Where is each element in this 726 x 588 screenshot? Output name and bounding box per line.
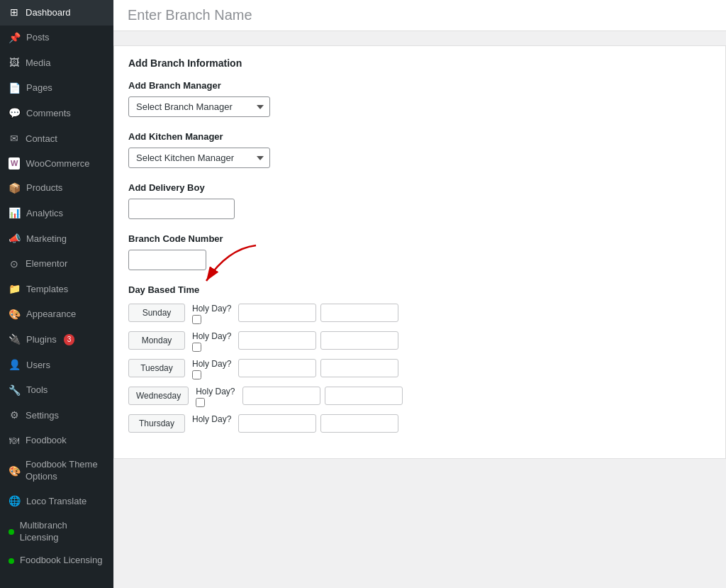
- foodbook-licensing-dot-icon: [9, 558, 14, 564]
- sidebar-item-foodbook[interactable]: 🍽 Foodbook: [0, 428, 113, 454]
- thursday-open-time[interactable]: [238, 414, 316, 433]
- sidebar-label: Posts: [26, 31, 50, 44]
- sidebar-label: Marketing: [26, 233, 67, 245]
- sidebar-label: Multibranch Licensing: [20, 520, 105, 544]
- tuesday-close-time[interactable]: [320, 359, 398, 377]
- branch-code-label: Branch Code Number: [128, 233, 711, 244]
- foodbook-icon: 🍽: [9, 434, 20, 448]
- sidebar-label: Appearance: [26, 308, 76, 321]
- sidebar-item-products[interactable]: 📦 Products: [0, 176, 113, 201]
- monday-button[interactable]: Monday: [128, 331, 185, 350]
- sidebar-label: Media: [26, 57, 50, 70]
- sidebar-item-appearance[interactable]: 🎨 Appearance: [0, 302, 113, 328]
- media-icon: 🖼: [9, 56, 20, 70]
- delivery-boy-input[interactable]: [128, 199, 235, 219]
- kitchen-manager-label: Add Kitchen Manager: [128, 131, 711, 142]
- tuesday-open-time[interactable]: [238, 359, 316, 377]
- sidebar-label: Templates: [26, 283, 68, 296]
- sidebar-label: Comments: [26, 107, 71, 120]
- wednesday-open-time[interactable]: [242, 387, 320, 405]
- main-content: Add Branch Information Add Branch Manage…: [113, 0, 726, 588]
- pages-icon: 📄: [9, 82, 21, 96]
- dashboard-icon: ⊞: [9, 6, 20, 20]
- templates-icon: 📁: [9, 282, 21, 296]
- wednesday-button[interactable]: Wednesday: [128, 387, 189, 405]
- sidebar-item-loco-translate[interactable]: 🌐 Loco Translate: [0, 489, 113, 514]
- sidebar-item-multibranch[interactable]: Multibranch Licensing: [0, 514, 113, 550]
- sidebar-label: Dashboard: [26, 6, 71, 19]
- elementor-icon: ⊙: [9, 257, 20, 272]
- tuesday-holy-label: Holy Day?: [192, 359, 231, 369]
- branch-name-input[interactable]: [128, 7, 712, 23]
- sidebar-label: Tools: [26, 384, 48, 396]
- sidebar-item-foodbook-theme[interactable]: 🎨 Foodbook Theme Options: [0, 453, 113, 489]
- marketing-icon: 📣: [9, 232, 21, 246]
- sidebar-item-contact[interactable]: ✉ Contact: [0, 126, 113, 152]
- branch-code-input[interactable]: [128, 250, 206, 270]
- sunday-holiday-group: Holy Day?: [192, 304, 231, 324]
- sidebar-item-users[interactable]: 👤 Users: [0, 353, 113, 378]
- sidebar-item-media[interactable]: 🖼 Media: [0, 50, 113, 76]
- sidebar-label: Products: [26, 182, 62, 194]
- sidebar-item-dashboard[interactable]: ⊞ Dashboard: [0, 0, 113, 26]
- monday-holy-label: Holy Day?: [192, 331, 231, 341]
- branch-manager-label: Add Branch Manager: [128, 80, 711, 91]
- branch-manager-select[interactable]: Select Branch Manager: [128, 96, 270, 117]
- branch-info-section: Add Branch Information Add Branch Manage…: [113, 45, 726, 459]
- sidebar-item-comments[interactable]: 💬 Comments: [0, 101, 113, 126]
- monday-open-time[interactable]: [238, 331, 316, 350]
- sidebar-label: Contact: [26, 133, 57, 145]
- tuesday-holiday-checkbox[interactable]: [192, 370, 201, 379]
- sidebar-label: Loco Translate: [26, 495, 86, 508]
- sidebar-item-elementor[interactable]: ⊙ Elementor: [0, 252, 113, 277]
- sunday-open-time[interactable]: [238, 304, 316, 322]
- sidebar-item-analytics[interactable]: 📊 Analytics: [0, 201, 113, 226]
- loco-translate-icon: 🌐: [9, 494, 21, 509]
- analytics-icon: 📊: [9, 206, 21, 221]
- sidebar-label: WooCommerce: [26, 157, 89, 170]
- branch-name-bar: [113, 0, 726, 31]
- monday-close-time[interactable]: [320, 331, 398, 350]
- sidebar-label: Foodbook Licensing: [20, 555, 102, 567]
- settings-icon: ⚙: [9, 409, 20, 423]
- wednesday-holy-label: Holy Day?: [196, 387, 235, 396]
- appearance-icon: 🎨: [9, 308, 21, 322]
- monday-time-inputs: [238, 331, 398, 350]
- monday-row: Monday Holy Day?: [128, 331, 711, 352]
- kitchen-manager-select[interactable]: Select Kitchen Manager: [128, 148, 270, 168]
- sunday-holiday-checkbox[interactable]: [192, 315, 201, 324]
- sidebar-item-pages[interactable]: 📄 Pages: [0, 76, 113, 101]
- sidebar-item-woocommerce[interactable]: W WooCommerce: [0, 152, 113, 176]
- tuesday-button[interactable]: Tuesday: [128, 359, 185, 377]
- sidebar-item-foodbook-licensing[interactable]: Foodbook Licensing: [0, 549, 113, 572]
- thursday-button[interactable]: Thursday: [128, 414, 185, 433]
- sidebar: ⊞ Dashboard 📌 Posts 🖼 Media 📄 Pages 💬 Co…: [0, 0, 113, 588]
- tuesday-holiday-group: Holy Day?: [192, 359, 231, 379]
- wednesday-close-time[interactable]: [325, 387, 403, 405]
- thursday-holiday-group: Holy Day?: [192, 414, 231, 424]
- sidebar-item-templates[interactable]: 📁 Templates: [0, 277, 113, 302]
- branch-code-group: Branch Code Number: [128, 233, 711, 270]
- tools-icon: 🔧: [9, 384, 21, 398]
- tuesday-time-inputs: [238, 359, 398, 377]
- posts-icon: 📌: [9, 31, 21, 45]
- sunday-close-time[interactable]: [320, 304, 398, 322]
- day-based-time-group: Day Based Time Sunday Holy Day?: [128, 284, 711, 433]
- sidebar-item-settings[interactable]: ⚙ Settings: [0, 403, 113, 428]
- monday-holiday-group: Holy Day?: [192, 331, 231, 352]
- delivery-boy-group: Add Delivery Boy: [128, 182, 711, 219]
- sidebar-label: Pages: [26, 82, 52, 94]
- sunday-time-inputs: [238, 304, 398, 322]
- sidebar-item-marketing[interactable]: 📣 Marketing: [0, 226, 113, 252]
- sidebar-item-plugins[interactable]: 🔌 Plugins 3: [0, 327, 113, 353]
- day-based-time-label: Day Based Time: [128, 284, 711, 295]
- products-icon: 📦: [9, 182, 21, 196]
- sidebar-item-tools[interactable]: 🔧 Tools: [0, 378, 113, 404]
- kitchen-manager-group: Add Kitchen Manager Select Kitchen Manag…: [128, 131, 711, 168]
- sidebar-label: Foodbook Theme Options: [26, 459, 105, 483]
- wednesday-holiday-checkbox[interactable]: [196, 398, 205, 407]
- sidebar-item-posts[interactable]: 📌 Posts: [0, 26, 113, 51]
- sunday-button[interactable]: Sunday: [128, 304, 185, 322]
- monday-holiday-checkbox[interactable]: [192, 343, 201, 352]
- thursday-close-time[interactable]: [320, 414, 398, 433]
